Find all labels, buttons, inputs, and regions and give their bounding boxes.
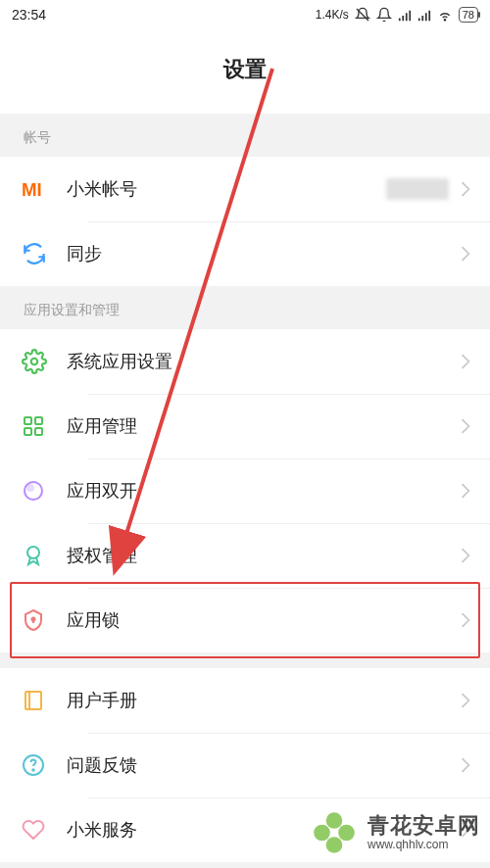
row-dual-apps[interactable]: 应用双开	[0, 458, 490, 523]
svg-text:MI: MI	[22, 179, 42, 200]
svg-point-9	[27, 485, 33, 491]
signal-icon-1	[398, 8, 412, 22]
row-label: 应用锁	[67, 608, 461, 632]
svg-rect-5	[35, 417, 42, 424]
grid-icon	[22, 414, 67, 438]
watermark-logo-icon	[309, 807, 360, 858]
row-label: 同步	[67, 242, 461, 265]
battery-indicator: 78	[459, 7, 478, 23]
svg-rect-4	[24, 417, 31, 424]
svg-rect-6	[24, 428, 31, 435]
watermark-title: 青花安卓网	[368, 814, 480, 838]
svg-point-11	[32, 618, 35, 621]
section-header-apps: 应用设置和管理	[0, 286, 490, 329]
svg-point-14	[32, 769, 34, 771]
chevron-right-icon	[461, 354, 470, 369]
bell-icon	[376, 7, 392, 23]
watermark: 青花安卓网 www.qhhlv.com	[309, 807, 480, 858]
row-label: 系统应用设置	[67, 350, 461, 373]
heart-icon	[22, 818, 67, 842]
row-mi-account[interactable]: MI 小米帐号	[0, 157, 490, 221]
svg-point-3	[31, 359, 38, 365]
chevron-right-icon	[461, 693, 470, 708]
row-label: 小米帐号	[67, 177, 386, 201]
shield-lock-icon	[22, 608, 67, 632]
chevron-right-icon	[461, 181, 470, 197]
row-feedback[interactable]: 问题反馈	[0, 733, 490, 797]
wifi-icon	[437, 7, 453, 23]
svg-point-8	[24, 482, 42, 500]
sync-icon	[22, 241, 67, 266]
row-authorization[interactable]: 授权管理	[0, 523, 490, 588]
row-label: 授权管理	[67, 544, 461, 567]
svg-rect-7	[35, 428, 42, 435]
section-gap	[0, 652, 490, 668]
svg-point-10	[27, 547, 39, 558]
row-user-manual[interactable]: 用户手册	[0, 668, 490, 733]
watermark-url: www.qhhlv.com	[368, 839, 480, 851]
svg-point-1	[444, 20, 445, 21]
row-label: 应用管理	[67, 414, 461, 438]
circle-icon	[22, 479, 67, 503]
account-value-redacted	[386, 178, 449, 200]
section-header-account: 帐号	[0, 114, 490, 157]
signal-icon-2	[417, 8, 431, 22]
chevron-right-icon	[461, 612, 470, 628]
mi-logo-icon: MI	[22, 175, 67, 203]
row-system-apps[interactable]: 系统应用设置	[0, 329, 490, 394]
question-icon	[22, 753, 67, 777]
page-title: 设置	[0, 29, 490, 114]
row-label: 应用双开	[67, 479, 461, 503]
book-icon	[22, 689, 67, 712]
badge-icon	[22, 544, 67, 567]
row-app-lock[interactable]: 应用锁	[0, 588, 490, 652]
row-label: 用户手册	[67, 689, 461, 712]
row-app-manage[interactable]: 应用管理	[0, 394, 490, 458]
chevron-right-icon	[461, 757, 470, 773]
row-label: 问题反馈	[67, 753, 461, 777]
chevron-right-icon	[461, 483, 470, 499]
status-bar: 23:54 1.4K/s 78	[0, 0, 490, 29]
chevron-right-icon	[461, 246, 470, 262]
chevron-right-icon	[461, 418, 470, 434]
gear-icon	[22, 349, 67, 374]
status-indicators: 1.4K/s 78	[316, 7, 478, 23]
svg-rect-12	[25, 692, 41, 709]
status-clock: 23:54	[12, 7, 90, 23]
do-not-disturb-icon	[355, 7, 370, 23]
network-speed: 1.4K/s	[316, 8, 349, 22]
section-account: MI 小米帐号 同步	[0, 157, 490, 286]
chevron-right-icon	[461, 548, 470, 563]
section-apps: 系统应用设置 应用管理 应用双开 授权管理 应用锁	[0, 329, 490, 652]
row-sync[interactable]: 同步	[0, 221, 490, 286]
